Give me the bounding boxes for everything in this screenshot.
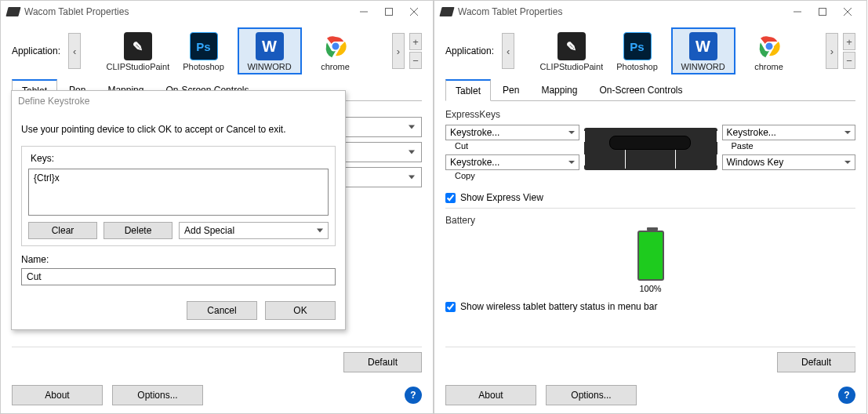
window-left: Wacom Tablet Properties Application: ‹ ✎… [0, 0, 434, 414]
maximize-button[interactable] [810, 2, 835, 21]
app-clipstudiopaint[interactable]: ✎CLIPStudioPaint [539, 27, 604, 74]
close-button[interactable] [401, 2, 427, 21]
app-scroll-right[interactable]: › [392, 33, 405, 69]
app-winword[interactable]: WWINWORD [238, 27, 302, 74]
minimize-button[interactable] [351, 2, 376, 21]
add-special-dropdown[interactable]: Add Special [179, 222, 329, 239]
help-button[interactable]: ? [838, 387, 855, 404]
word-icon: W [256, 32, 284, 60]
clear-button[interactable]: Clear [28, 222, 97, 239]
application-label: Application: [12, 45, 60, 56]
titlebar: Wacom Tablet Properties [434, 1, 866, 23]
cancel-button[interactable]: Cancel [187, 301, 257, 320]
wacom-icon [439, 7, 454, 16]
window-title: Wacom Tablet Properties [458, 6, 785, 17]
application-label: Application: [445, 45, 494, 56]
footer: About Options... ? [434, 377, 866, 413]
clipstudio-icon: ✎ [557, 32, 586, 60]
footer: About Options... ? [1, 377, 433, 413]
minimize-button[interactable] [785, 2, 810, 21]
app-scroll-right[interactable]: › [826, 33, 838, 69]
options-button[interactable]: Options... [546, 385, 637, 405]
tab-tablet[interactable]: Tablet [445, 79, 491, 101]
tab-pen[interactable]: Pen [492, 79, 529, 100]
app-chrome[interactable]: chrome [303, 27, 368, 74]
svg-rect-8 [819, 9, 826, 16]
chrome-icon [321, 32, 350, 60]
application-row: Application: ‹ ✎CLIPStudioPaint PsPhotos… [434, 23, 866, 79]
app-list: ✎CLIPStudioPaint PsPhotoshop WWINWORD ch… [85, 27, 387, 74]
window-title: Wacom Tablet Properties [24, 6, 351, 17]
show-express-view-checkbox[interactable]: Show Express View [445, 192, 855, 203]
clipstudio-icon: ✎ [124, 32, 152, 60]
key2-mode-dropdown[interactable]: Keystroke... [445, 154, 579, 170]
titlebar: Wacom Tablet Properties [1, 1, 433, 23]
app-remove-button[interactable]: − [409, 52, 422, 69]
expresskeys-label: ExpressKeys [445, 109, 855, 120]
app-add-button[interactable]: + [843, 33, 855, 50]
photoshop-icon: Ps [190, 32, 218, 60]
expresskeys-grid: Keystroke... Cut Keystroke... Copy Keyst… [445, 125, 855, 184]
battery-icon [637, 231, 664, 281]
key3-name: Paste [722, 141, 856, 151]
tab-onscreen-controls[interactable]: On-Screen Controls [589, 79, 692, 100]
tabs: Tablet Pen Mapping On-Screen Controls [445, 79, 855, 101]
default-button[interactable]: Default [343, 352, 422, 372]
dialog-title: Define Keystroke [12, 91, 345, 111]
svg-rect-1 [386, 9, 393, 16]
key1-name: Cut [445, 141, 579, 151]
app-chrome[interactable]: chrome [737, 27, 801, 74]
name-input[interactable] [21, 268, 336, 285]
key1-mode-dropdown[interactable]: Keystroke... [445, 125, 579, 140]
app-remove-button[interactable]: − [843, 52, 855, 69]
show-battery-checkbox[interactable]: Show wireless tablet battery status in m… [445, 301, 855, 312]
device-graphic [584, 128, 717, 170]
tab-mapping[interactable]: Mapping [531, 79, 587, 100]
app-list: ✎CLIPStudioPaint PsPhotoshop WWINWORD ch… [519, 27, 821, 74]
help-button[interactable]: ? [405, 387, 422, 404]
delete-button[interactable]: Delete [104, 222, 173, 239]
tab-content: ExpressKeys Keystroke... Cut Keystroke..… [445, 101, 855, 347]
wacom-icon [5, 7, 20, 16]
options-button[interactable]: Options... [112, 385, 203, 405]
app-clipstudiopaint[interactable]: ✎CLIPStudioPaint [106, 27, 170, 74]
about-button[interactable]: About [445, 385, 536, 405]
define-keystroke-dialog: Define Keystroke Use your pointing devic… [11, 90, 346, 330]
battery-section: Battery 100% Show wireless tablet batter… [445, 208, 855, 312]
chrome-icon [755, 32, 783, 60]
key2-name: Copy [445, 171, 579, 180]
dialog-message: Use your pointing device to click OK to … [21, 124, 336, 135]
default-button[interactable]: Default [777, 352, 855, 372]
app-scroll-left[interactable]: ‹ [68, 33, 81, 69]
app-winword[interactable]: WWINWORD [671, 27, 735, 74]
maximize-button[interactable] [376, 2, 401, 21]
app-add-button[interactable]: + [409, 33, 422, 50]
word-icon: W [689, 32, 717, 60]
keys-input[interactable]: {Ctrl}x [28, 169, 329, 216]
close-button[interactable] [835, 2, 860, 21]
key4-mode-dropdown[interactable]: Windows Key [722, 154, 856, 170]
photoshop-icon: Ps [623, 32, 652, 60]
battery-label: Battery [445, 215, 855, 226]
window-right: Wacom Tablet Properties Application: ‹ ✎… [434, 0, 867, 414]
battery-percent: 100% [639, 284, 661, 293]
application-row: Application: ‹ ✎CLIPStudioPaint PsPhotos… [1, 23, 433, 79]
ok-button[interactable]: OK [265, 301, 336, 320]
name-label: Name: [21, 254, 336, 265]
app-photoshop[interactable]: PsPhotoshop [605, 27, 670, 74]
about-button[interactable]: About [12, 385, 103, 405]
key3-mode-dropdown[interactable]: Keystroke... [722, 125, 856, 140]
app-photoshop[interactable]: PsPhotoshop [172, 27, 236, 74]
app-scroll-left[interactable]: ‹ [502, 33, 514, 69]
keys-label: Keys: [28, 153, 56, 164]
